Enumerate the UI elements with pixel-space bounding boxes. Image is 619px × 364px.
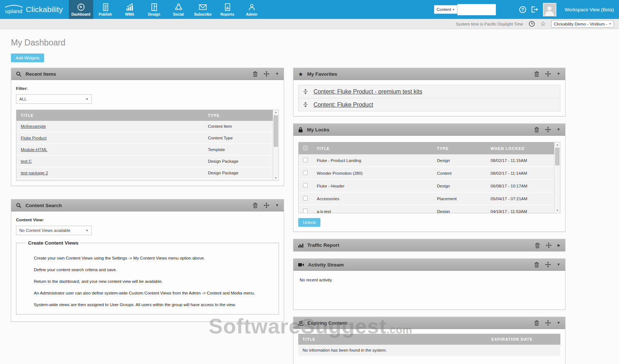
favorite-link[interactable]: Content: Fluke Product bbox=[314, 102, 373, 108]
nav-item-label: Design bbox=[148, 12, 160, 16]
system-time-text: System time is Pacific Daylight Time bbox=[456, 22, 523, 26]
lock-type: Content bbox=[433, 167, 486, 179]
unlock-button[interactable]: Unlock bbox=[298, 218, 320, 227]
delete-widget-icon[interactable] bbox=[253, 202, 258, 208]
search-category-select[interactable]: Content ▼ bbox=[434, 5, 457, 14]
scrollbar-vertical[interactable]: ▼ ▼ bbox=[554, 142, 560, 213]
lock-type: Design bbox=[433, 154, 486, 167]
search-icon bbox=[16, 71, 21, 77]
workspace-selector[interactable]: Clickability Demo - Viridium - Cc ▼ bbox=[551, 20, 614, 28]
recent-item-type: Content Item bbox=[204, 121, 273, 132]
move-widget-icon[interactable] bbox=[546, 242, 552, 248]
nav-item-dashboard[interactable]: Dashboard bbox=[69, 0, 93, 19]
filter-label: Filter: bbox=[16, 86, 279, 91]
content-view-select[interactable]: No Content Views available ▼ bbox=[16, 226, 92, 235]
recent-items-filter-select[interactable]: ALL ▼ bbox=[16, 94, 92, 104]
move-widget-icon[interactable] bbox=[545, 262, 551, 268]
delete-widget-icon[interactable] bbox=[534, 320, 539, 326]
widget-title: Expiring Content bbox=[307, 320, 347, 326]
collapse-widget-icon[interactable]: ▼ bbox=[557, 128, 560, 131]
widget-title: Recent Items bbox=[25, 71, 56, 77]
add-widgets-button[interactable]: Add Widgets bbox=[11, 54, 44, 62]
delete-widget-icon[interactable] bbox=[535, 242, 540, 248]
delete-widget-icon[interactable] bbox=[534, 127, 539, 132]
recent-item-link[interactable]: test C bbox=[21, 159, 32, 163]
global-search-input[interactable] bbox=[457, 4, 496, 15]
collapse-widget-icon[interactable]: ▼ bbox=[557, 72, 560, 76]
delete-widget-icon[interactable] bbox=[253, 71, 258, 77]
nav-item-label: Admin bbox=[246, 12, 257, 16]
favorite-link[interactable]: Content: Fluke Product - premium test ki… bbox=[314, 88, 422, 95]
table-row: Wonder Promotion (280) Content 08/02/17 … bbox=[299, 167, 554, 179]
table-row-partial bbox=[16, 179, 273, 181]
my-favorites-header: ★ My Favorites bbox=[293, 68, 565, 80]
row-checkbox[interactable] bbox=[303, 170, 308, 175]
widget-title: Content Search bbox=[25, 203, 62, 208]
delete-widget-icon[interactable] bbox=[534, 262, 539, 268]
recent-item-link[interactable]: Module-HTML bbox=[21, 147, 47, 152]
nav-item-social[interactable]: Social bbox=[166, 0, 191, 19]
recent-item-type: Design Package bbox=[204, 167, 273, 179]
logout-icon[interactable] bbox=[531, 6, 538, 13]
recent-item-type: Design Package bbox=[204, 155, 273, 167]
scroll-up-icon[interactable]: ▼ bbox=[273, 110, 279, 115]
select-all-checkbox[interactable] bbox=[303, 146, 308, 150]
nav-item-wma[interactable]: WMA bbox=[118, 0, 142, 19]
row-checkbox[interactable] bbox=[303, 209, 308, 213]
drag-handle-icon[interactable] bbox=[303, 102, 308, 107]
scrollbar-thumb[interactable] bbox=[274, 115, 278, 147]
move-widget-icon[interactable] bbox=[545, 71, 551, 77]
scroll-down-icon[interactable]: ▼ bbox=[555, 208, 560, 213]
bar-chart-icon bbox=[298, 243, 303, 248]
workspace-view-toggle[interactable]: Workspace View (Beta) bbox=[565, 7, 614, 12]
move-widget-icon[interactable] bbox=[545, 320, 551, 326]
create-content-views-fieldset: Create Content Views Create your own Con… bbox=[16, 240, 279, 314]
nav-right-area: Content ▼ ? Workspace View (Beta) bbox=[434, 0, 619, 19]
stack-icon bbox=[298, 320, 303, 326]
lock-type: Design bbox=[433, 205, 486, 213]
column-header-title: TITLE bbox=[16, 110, 204, 121]
move-widget-icon[interactable] bbox=[264, 202, 269, 208]
user-avatar[interactable] bbox=[543, 3, 556, 16]
recent-item-type: Template bbox=[204, 144, 273, 155]
nav-item-design[interactable]: Design bbox=[142, 0, 166, 19]
drag-handle-icon[interactable] bbox=[303, 89, 308, 94]
lock-when: 08/02/17 - 11:15AM bbox=[486, 154, 554, 167]
collapse-widget-icon[interactable]: ▼ bbox=[557, 263, 560, 266]
no-activity-text: No recent activity. bbox=[300, 278, 560, 282]
table-row: Fluke - Header Design 06/08/17 - 10:17AM bbox=[299, 179, 554, 192]
recent-item-link[interactable]: test package 2 bbox=[21, 171, 48, 175]
move-widget-icon[interactable] bbox=[264, 71, 269, 77]
widget-title: Activity Stream bbox=[308, 262, 344, 268]
expand-widget-icon[interactable]: ▶ bbox=[557, 244, 560, 247]
nav-item-admin[interactable]: Admin bbox=[240, 0, 264, 19]
row-checkbox[interactable] bbox=[303, 158, 308, 162]
row-checkbox[interactable] bbox=[303, 183, 308, 188]
page-title: My Dashboard bbox=[11, 38, 608, 48]
nav-item-reports[interactable]: Reports bbox=[215, 0, 240, 19]
nav-item-subscribe[interactable]: Subscribe bbox=[191, 0, 215, 19]
collapse-widget-icon[interactable]: ▼ bbox=[275, 203, 279, 207]
collapse-widget-icon[interactable]: ▼ bbox=[557, 321, 560, 325]
star-icon: ★ bbox=[298, 71, 303, 77]
recent-item-link[interactable]: Mofoexample bbox=[21, 124, 46, 128]
my-locks-header: My Locks bbox=[293, 124, 565, 136]
move-widget-icon[interactable] bbox=[545, 127, 551, 132]
favorite-star-icon[interactable]: ☆ bbox=[540, 21, 546, 27]
scroll-down-icon[interactable]: ▼ bbox=[273, 176, 279, 181]
upland-clickability-logo[interactable]: upland Clickability bbox=[0, 0, 69, 19]
scroll-up-icon[interactable]: ▼ bbox=[555, 142, 560, 147]
scrollbar-thumb[interactable] bbox=[555, 148, 559, 165]
content-search-widget: Content Search bbox=[11, 199, 284, 322]
nav-item-publish[interactable]: Publish bbox=[93, 0, 118, 19]
clock-icon[interactable] bbox=[529, 21, 535, 27]
delete-widget-icon[interactable] bbox=[534, 71, 539, 77]
help-icon[interactable]: ? bbox=[519, 6, 526, 13]
recent-item-link[interactable]: Fluke Product bbox=[21, 136, 47, 140]
column-header-when-locked: WHEN LOCKED bbox=[486, 142, 554, 154]
nav-item-label: Dashboard bbox=[71, 12, 90, 16]
row-checkbox[interactable] bbox=[303, 196, 308, 201]
table-row: test C Design Package bbox=[16, 155, 273, 167]
collapse-widget-icon[interactable]: ▼ bbox=[275, 72, 279, 76]
scrollbar-vertical[interactable]: ▼ ▼ bbox=[273, 110, 279, 181]
